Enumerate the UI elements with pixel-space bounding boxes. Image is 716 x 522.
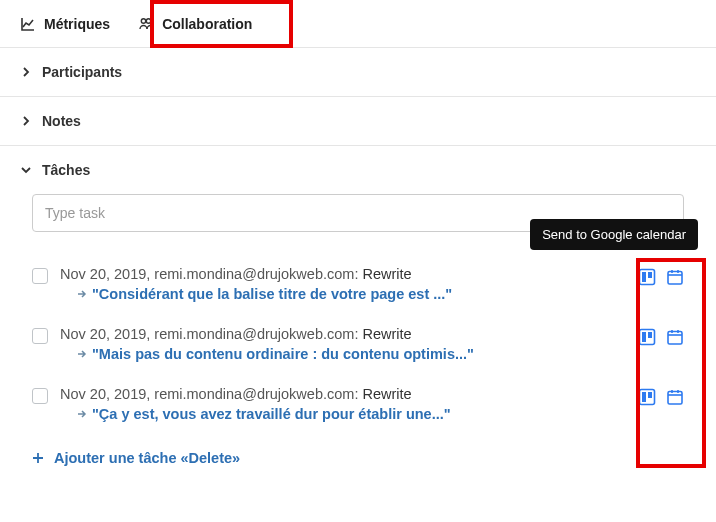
- trello-icon[interactable]: [638, 388, 656, 406]
- task-body: Nov 20, 2019, remi.mondina@drujokweb.com…: [60, 266, 626, 302]
- section-tasks-header[interactable]: Tâches: [0, 146, 716, 194]
- task-body: Nov 20, 2019, remi.mondina@drujokweb.com…: [60, 386, 626, 422]
- tabs-bar: Métriques Collaboration: [0, 0, 716, 48]
- task-quote-link[interactable]: "Ça y est, vous avez travaillé dur pour …: [92, 406, 451, 422]
- task-actions: [638, 386, 684, 406]
- tab-metrics[interactable]: Métriques: [20, 0, 110, 47]
- add-task-label: Ajouter une tâche «Delete»: [54, 450, 240, 466]
- task-quote-line: "Mais pas du contenu ordinaire : du cont…: [60, 346, 626, 362]
- task-checkbox[interactable]: [32, 388, 48, 404]
- arrow-right-icon: [76, 408, 88, 420]
- tasks-list: Nov 20, 2019, remi.mondina@drujokweb.com…: [0, 246, 716, 436]
- section-notes-header[interactable]: Notes: [0, 97, 716, 145]
- section-participants: Participants: [0, 48, 716, 97]
- svg-rect-5: [668, 272, 682, 285]
- tab-metrics-label: Métriques: [44, 16, 110, 32]
- svg-rect-2: [640, 270, 655, 285]
- svg-rect-6: [640, 330, 655, 345]
- tooltip-google-calendar: Send to Google calendar: [530, 219, 698, 250]
- chart-line-icon: [20, 16, 36, 32]
- task-checkbox[interactable]: [32, 268, 48, 284]
- task-row: Nov 20, 2019, remi.mondina@drujokweb.com…: [32, 256, 684, 316]
- chevron-right-icon: [20, 115, 32, 127]
- svg-rect-10: [640, 390, 655, 405]
- svg-rect-9: [668, 332, 682, 345]
- svg-point-1: [146, 18, 150, 22]
- trello-icon[interactable]: [638, 268, 656, 286]
- chevron-right-icon: [20, 66, 32, 78]
- task-meta: Nov 20, 2019, remi.mondina@drujokweb.com…: [60, 386, 626, 402]
- section-notes-label: Notes: [42, 113, 81, 129]
- calendar-icon[interactable]: [666, 328, 684, 346]
- plus-icon: [32, 452, 44, 464]
- task-actions: [638, 266, 684, 286]
- task-quote-link[interactable]: "Mais pas du contenu ordinaire : du cont…: [92, 346, 474, 362]
- section-tasks-label: Tâches: [42, 162, 90, 178]
- task-actions: [638, 326, 684, 346]
- svg-rect-13: [668, 392, 682, 405]
- task-row: Nov 20, 2019, remi.mondina@drujokweb.com…: [32, 316, 684, 376]
- trello-icon[interactable]: [638, 328, 656, 346]
- chevron-down-icon: [20, 164, 32, 176]
- svg-rect-7: [642, 332, 646, 342]
- arrow-right-icon: [76, 348, 88, 360]
- task-checkbox[interactable]: [32, 328, 48, 344]
- svg-rect-3: [642, 272, 646, 282]
- add-task-button[interactable]: Ajouter une tâche «Delete»: [0, 436, 716, 486]
- task-row: Nov 20, 2019, remi.mondina@drujokweb.com…: [32, 376, 684, 436]
- svg-rect-4: [648, 272, 652, 278]
- section-participants-header[interactable]: Participants: [0, 48, 716, 96]
- section-participants-label: Participants: [42, 64, 122, 80]
- svg-rect-11: [642, 392, 646, 402]
- svg-rect-8: [648, 332, 652, 338]
- users-icon: [138, 16, 154, 32]
- section-notes: Notes: [0, 97, 716, 146]
- tab-collaboration[interactable]: Collaboration: [138, 0, 252, 47]
- svg-point-0: [141, 18, 145, 22]
- calendar-icon[interactable]: [666, 388, 684, 406]
- task-body: Nov 20, 2019, remi.mondina@drujokweb.com…: [60, 326, 626, 362]
- task-meta: Nov 20, 2019, remi.mondina@drujokweb.com…: [60, 326, 626, 342]
- section-tasks: Tâches Send to Google calendar Nov 20, 2…: [0, 146, 716, 486]
- task-quote-line: "Ça y est, vous avez travaillé dur pour …: [60, 406, 626, 422]
- task-quote-line: "Considérant que la balise titre de votr…: [60, 286, 626, 302]
- calendar-icon[interactable]: [666, 268, 684, 286]
- svg-rect-12: [648, 392, 652, 398]
- task-meta: Nov 20, 2019, remi.mondina@drujokweb.com…: [60, 266, 626, 282]
- arrow-right-icon: [76, 288, 88, 300]
- task-quote-link[interactable]: "Considérant que la balise titre de votr…: [92, 286, 452, 302]
- tab-collaboration-label: Collaboration: [162, 16, 252, 32]
